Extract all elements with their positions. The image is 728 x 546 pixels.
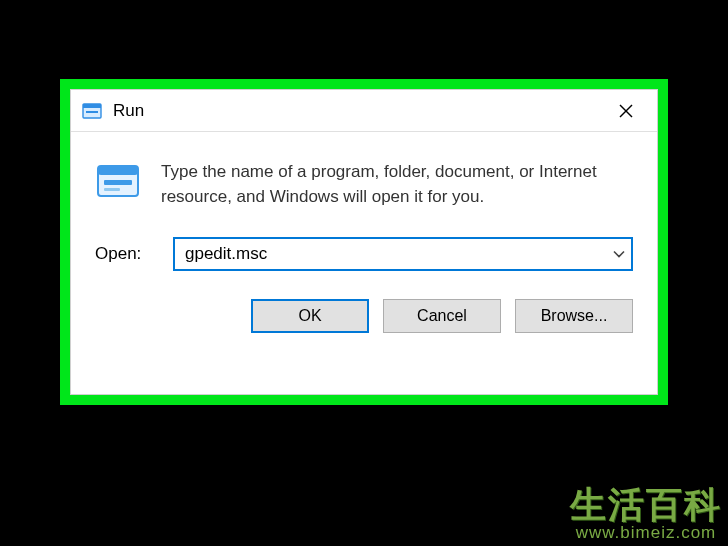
watermark: 生活百科 www.bimeiz.com <box>570 486 722 542</box>
close-icon <box>619 104 633 118</box>
watermark-url: www.bimeiz.com <box>570 524 722 542</box>
run-big-icon <box>95 158 141 204</box>
dialog-button-row: OK Cancel Browse... <box>95 299 633 353</box>
open-input[interactable] <box>173 237 633 271</box>
close-button[interactable] <box>601 90 651 132</box>
watermark-title: 生活百科 <box>570 486 722 524</box>
dialog-body: Type the name of a program, folder, docu… <box>71 132 657 394</box>
ok-button[interactable]: OK <box>251 299 369 333</box>
open-row: Open: <box>95 237 633 271</box>
run-dialog: Run Type the name of a progra <box>70 89 658 395</box>
svg-rect-1 <box>83 104 101 108</box>
run-dialog-icon <box>81 100 103 122</box>
open-combobox[interactable] <box>173 237 633 271</box>
dialog-description: Type the name of a program, folder, docu… <box>161 158 633 209</box>
cancel-button[interactable]: Cancel <box>383 299 501 333</box>
svg-rect-6 <box>98 166 138 175</box>
svg-rect-2 <box>86 111 98 113</box>
browse-button[interactable]: Browse... <box>515 299 633 333</box>
dialog-title: Run <box>113 101 601 121</box>
titlebar: Run <box>71 90 657 132</box>
screenshot-highlight-frame: Run Type the name of a progra <box>60 79 668 405</box>
svg-rect-8 <box>104 188 120 191</box>
open-label: Open: <box>95 244 155 264</box>
svg-rect-7 <box>104 180 132 185</box>
dialog-info-row: Type the name of a program, folder, docu… <box>95 158 633 209</box>
